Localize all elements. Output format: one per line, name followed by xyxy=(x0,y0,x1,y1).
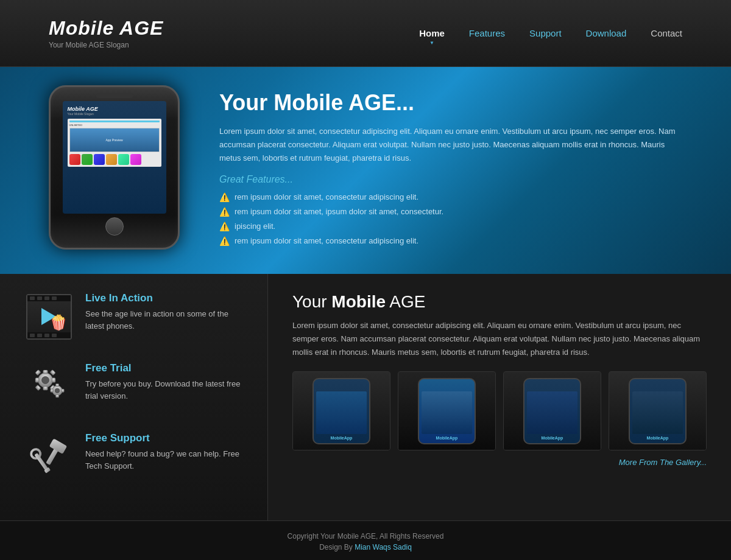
logo-slogan: Your Mobile AGE Slogan xyxy=(49,41,163,49)
gear-icon-wrap xyxy=(24,362,73,411)
hero-feature-2: ⚠️ rem ipsum dolor sit amet, ipsum dolor… xyxy=(219,207,682,217)
header: Mobile AGE Your Mobile AGE Slogan Home F… xyxy=(0,0,731,67)
gallery-thumb-1[interactable]: MobileApp xyxy=(292,371,390,450)
feature-live-action: 🍿 Live In Action See the age live in act… xyxy=(24,292,243,341)
svg-rect-12 xyxy=(55,384,58,387)
hero-feature-1: ⚠️ rem ipsum dolor sit amet, consectetur… xyxy=(219,192,682,202)
feature-live-action-text: Live In Action See the age live in actio… xyxy=(85,292,243,332)
footer-copyright: Copyright Your Mobile AGE, All Rights Re… xyxy=(49,532,682,541)
features-section: 🍿 Live In Action See the age live in act… xyxy=(0,274,731,520)
feature-free-support: Free Support Need help? found a bug? we … xyxy=(24,432,243,481)
hero-title-pre: Your xyxy=(219,90,274,115)
svg-rect-14 xyxy=(61,389,64,392)
hero-description: Lorem ipsum dolor sit amet, consectetur … xyxy=(219,125,682,165)
svg-rect-4 xyxy=(52,378,55,383)
svg-rect-7 xyxy=(35,369,41,376)
gallery-grid: MobileApp MobileApp MobileApp xyxy=(292,371,707,450)
feature-live-action-desc: See the age live in action on some of th… xyxy=(85,308,243,332)
feature-free-trial: Free Trial Try before you buy. Download … xyxy=(24,362,243,411)
warning-icon-2: ⚠️ xyxy=(219,207,230,217)
feature-free-support-desc: Need help? found a bug? we can help. Fre… xyxy=(85,448,243,472)
hero-feature-4: ⚠️ rem ipsum dolor sit amet, consectetur… xyxy=(219,236,682,246)
film-icon-wrap: 🍿 xyxy=(24,292,73,341)
feature-free-trial-title: Free Trial xyxy=(85,362,243,374)
svg-rect-15 xyxy=(50,389,53,392)
gallery-thumb-4[interactable]: MobileApp xyxy=(609,371,707,450)
popcorn-icon: 🍿 xyxy=(49,314,68,331)
logo-title: Mobile AGE xyxy=(49,17,163,40)
feature-live-action-title: Live In Action xyxy=(85,292,243,304)
nav-support[interactable]: Support xyxy=(529,28,562,38)
hero-content: Your Mobile AGE... Lorem ipsum dolor sit… xyxy=(219,90,682,251)
right-panel-desc: Lorem ipsum dolor sit amet, consectetur … xyxy=(292,319,707,359)
main-nav: Home Features Support Download Contact xyxy=(419,28,682,38)
svg-rect-5 xyxy=(35,378,39,383)
footer: Copyright Your Mobile AGE, All Rights Re… xyxy=(0,520,731,560)
svg-rect-20 xyxy=(49,438,67,454)
feature-free-support-text: Free Support Need help? found a bug? we … xyxy=(85,432,243,472)
hero-title-post: AGE... xyxy=(343,90,414,115)
svg-rect-2 xyxy=(43,370,48,374)
svg-point-1 xyxy=(41,377,49,384)
footer-design: Design By Mian Waqs Sadiq xyxy=(49,543,682,551)
nav-features[interactable]: Features xyxy=(469,28,505,38)
svg-rect-6 xyxy=(49,369,55,376)
warning-icon-4: ⚠️ xyxy=(219,236,230,246)
nav-home[interactable]: Home xyxy=(419,28,445,38)
features-right: Your Mobile AGE Lorem ipsum dolor sit am… xyxy=(268,274,731,520)
hero-title: Your Mobile AGE... xyxy=(219,90,682,116)
hero-feature-3: ⚠️ ipiscing elit. xyxy=(219,222,682,231)
gear-icon xyxy=(26,361,72,412)
feature-free-support-title: Free Support xyxy=(85,432,243,444)
hero-features-title: Great Features... xyxy=(219,174,682,185)
svg-point-11 xyxy=(55,388,60,393)
warning-icon-3: ⚠️ xyxy=(219,222,230,231)
right-panel-title: Your Mobile AGE xyxy=(292,292,707,312)
hero-title-bold: Mobile xyxy=(274,90,343,115)
svg-rect-9 xyxy=(35,385,41,391)
hero-section: Mobile AGE Your Mobile Slogan UNLIMITED … xyxy=(0,67,731,274)
svg-rect-3 xyxy=(43,387,48,390)
feature-free-trial-text: Free Trial Try before you buy. Download … xyxy=(85,362,243,402)
svg-rect-13 xyxy=(55,395,58,398)
gallery-thumb-2[interactable]: MobileApp xyxy=(398,371,496,450)
film-icon: 🍿 xyxy=(26,294,72,340)
tools-icon xyxy=(26,434,72,480)
gallery-more-link[interactable]: More From The Gallery... xyxy=(292,458,707,467)
gallery-thumb-3[interactable]: MobileApp xyxy=(503,371,601,450)
features-left: 🍿 Live In Action See the age live in act… xyxy=(0,274,268,520)
tools-icon-wrap xyxy=(24,432,73,481)
warning-icon-1: ⚠️ xyxy=(219,192,230,202)
nav-contact[interactable]: Contact xyxy=(651,28,682,38)
logo-area: Mobile AGE Your Mobile AGE Slogan xyxy=(49,17,163,49)
feature-free-trial-desc: Try before you buy. Download the latest … xyxy=(85,378,243,402)
hero-phone: Mobile AGE Your Mobile Slogan UNLIMITED … xyxy=(49,85,189,256)
footer-designer-name[interactable]: Mian Waqs Sadiq xyxy=(355,543,412,551)
nav-download[interactable]: Download xyxy=(586,28,627,38)
